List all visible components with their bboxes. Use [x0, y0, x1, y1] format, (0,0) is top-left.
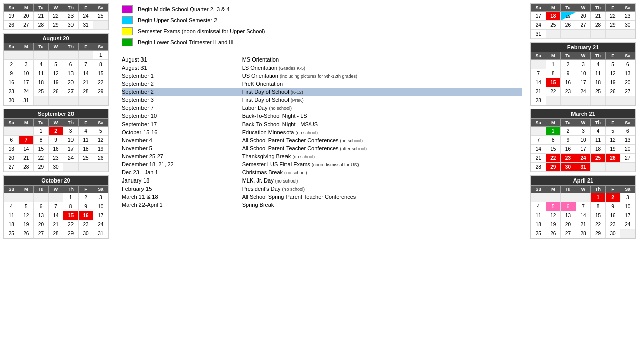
- event-description: MLK, Jr. Day (no school): [242, 176, 522, 185]
- day-cell: 8: [591, 202, 606, 211]
- october-header: October 20: [4, 176, 108, 185]
- table-row: 24 25 26 27 28 29 30: [531, 21, 635, 30]
- table-row: 4 5 6 7 8 9 10: [4, 202, 108, 211]
- day-cell: 5: [19, 202, 34, 211]
- event-row: November 5All School Parent Teacher Conf…: [122, 144, 522, 152]
- col-w: W: [576, 52, 591, 60]
- legend-item-exams: Semester Exams (noon dismissal for Upper…: [122, 27, 522, 35]
- col-f: F: [605, 4, 620, 12]
- table-row: 21 22 23 24 25 26 27: [531, 154, 635, 163]
- day-cell: 22: [63, 220, 79, 229]
- day-cell: 13: [4, 145, 19, 154]
- day-cell: 17: [63, 145, 79, 154]
- day-cell-red: 31: [576, 163, 591, 172]
- legend-label-upper-school: Begin Upper School Semester 2: [138, 17, 217, 23]
- august-calendar: August 20 Su M Tu W Th F Sa: [3, 33, 109, 106]
- day-cell: 14: [19, 145, 34, 154]
- col-sa: Sa: [93, 43, 108, 51]
- day-cell: 26: [561, 21, 576, 30]
- event-row: September 2PreK Orientation: [122, 80, 522, 88]
- day-cell: 31: [19, 96, 34, 105]
- col-tu: Tu: [34, 43, 49, 51]
- day-cell: 19: [4, 12, 19, 21]
- day-cell: 8: [34, 136, 49, 145]
- table-row: 6 7 8 9 10 11 12: [4, 136, 108, 145]
- table-row: 25 26 27 28 29 30: [531, 229, 635, 238]
- day-cell: 19: [546, 220, 561, 229]
- february-calendar: February 21 Su M Tu W Th F Sa: [530, 42, 636, 106]
- day-cell: 26: [93, 154, 108, 163]
- day-cell-empty: [78, 96, 93, 105]
- day-cell: 23: [48, 154, 63, 163]
- col-th: Th: [63, 4, 79, 12]
- day-cell-empty: [48, 51, 63, 60]
- day-cell: 20: [561, 220, 576, 229]
- day-cell: 7: [531, 69, 546, 78]
- day-cell: 20: [34, 220, 49, 229]
- event-row: March 11 & 18All School Spring Parent Te…: [122, 193, 522, 201]
- event-date: September 7: [122, 104, 242, 112]
- col-su: Su: [531, 186, 546, 193]
- day-cell: 3: [93, 193, 108, 202]
- day-cell: 16: [605, 211, 620, 220]
- col-m: M: [546, 4, 561, 12]
- col-th: Th: [591, 186, 606, 193]
- day-cell: 10: [620, 202, 635, 211]
- right-calendar-column: Su M Tu W Th F Sa 17 18 19 20: [530, 3, 641, 360]
- col-w: W: [48, 43, 63, 51]
- day-cell: 11: [531, 211, 546, 220]
- day-cell: 28: [531, 163, 546, 172]
- table-row: 23 24 25 26 27 28 29: [4, 87, 108, 96]
- event-description: All School Parent Teacher Conferences (n…: [242, 136, 522, 144]
- table-row: 13 14 15 16 17 18 19: [4, 145, 108, 154]
- day-cell: 20: [620, 145, 635, 154]
- col-th: Th: [63, 119, 79, 127]
- day-cell: 13: [620, 69, 635, 78]
- day-cell: 21: [576, 220, 591, 229]
- day-cell: 24: [531, 21, 546, 30]
- day-cell-empty: [93, 163, 108, 172]
- march-calendar: March 21 Su M Tu W Th F Sa: [530, 109, 636, 172]
- day-cell: 18: [531, 220, 546, 229]
- day-cell: 7: [48, 202, 63, 211]
- day-cell-empty: [531, 127, 546, 136]
- day-cell: 18: [34, 78, 49, 87]
- col-m: M: [546, 52, 561, 60]
- center-column: Begin Middle School Quarter 2, 3 & 4 Beg…: [118, 3, 526, 360]
- day-cell-empty: [48, 193, 63, 202]
- day-cell: 25: [93, 12, 108, 21]
- col-tu: Tu: [34, 119, 49, 127]
- col-tu: Tu: [561, 119, 576, 127]
- col-su: Su: [4, 43, 19, 51]
- day-cell: 14: [531, 145, 546, 154]
- day-cell-empty: [591, 30, 606, 39]
- day-cell: 9: [561, 136, 576, 145]
- day-cell: 23: [78, 220, 93, 229]
- table-row: 25 26 27 28 29 30 31: [4, 229, 108, 238]
- event-row: September 1US Orientation (including pic…: [122, 72, 522, 80]
- legend-swatch-cyan: [122, 16, 133, 24]
- day-cell: 6: [4, 136, 19, 145]
- col-th: Th: [591, 119, 606, 127]
- day-cell-empty: [620, 96, 635, 105]
- day-cell: 29: [48, 21, 63, 30]
- day-cell: 28: [531, 96, 546, 105]
- day-cell: 14: [78, 69, 93, 78]
- day-cell: 5: [93, 127, 108, 136]
- day-cell-red: 25: [591, 154, 606, 163]
- day-cell-empty: [4, 193, 19, 202]
- day-cell: 21: [531, 154, 546, 163]
- day-cell: 5: [605, 60, 620, 69]
- day-cell: 23: [605, 220, 620, 229]
- day-cell: 14: [48, 211, 63, 220]
- col-w: W: [576, 119, 591, 127]
- table-row: 11 12 13 14 15 16 17: [4, 211, 108, 220]
- day-cell: 25: [546, 21, 561, 30]
- table-row: 1: [4, 51, 108, 60]
- event-date: February 15: [122, 185, 242, 193]
- event-row: November 25-27Thanksgiving Break (no sch…: [122, 152, 522, 160]
- day-cell: 12: [93, 136, 108, 145]
- day-cell: 25: [34, 87, 49, 96]
- day-cell: 12: [546, 211, 561, 220]
- event-description: MS Orientation: [242, 55, 522, 64]
